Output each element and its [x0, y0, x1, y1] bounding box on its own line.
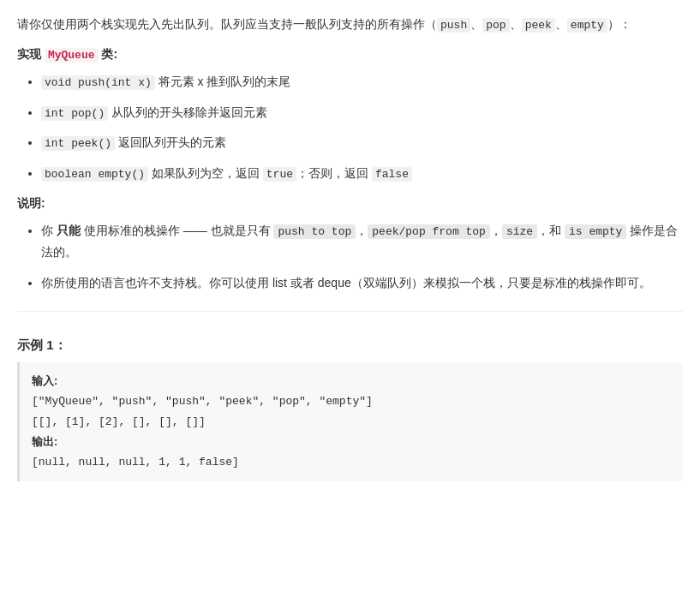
code-is-empty: is empty [565, 224, 626, 239]
methods-list: void push(int x) 将元素 x 推到队列的末尾 int pop()… [17, 71, 683, 184]
code-peek: peek [522, 18, 555, 33]
input-line-1: ["MyQueue", "push", "push", "peek", "pop… [32, 391, 671, 411]
method-push: void push(int x) 将元素 x 推到队列的末尾 [41, 71, 683, 93]
implement-line: 实现 MyQueue 类: [17, 47, 683, 63]
code-empty: empty [567, 18, 607, 33]
code-size: size [502, 224, 537, 239]
method-pop: int pop() 从队列的开头移除并返回元素 [41, 102, 683, 123]
intro-paragraph: 请你仅使用两个栈实现先入先出队列。队列应当支持一般队列支持的所有操作（push、… [17, 14, 683, 35]
example-1-title: 示例 1： [17, 337, 683, 354]
code-push: push [437, 18, 470, 33]
input-label: 输入: [32, 371, 671, 391]
note-title: 说明: [17, 196, 683, 212]
note-only-bold: 只能 [57, 224, 81, 237]
method-empty-true: true [263, 167, 296, 182]
section-divider [17, 311, 683, 312]
class-name: MyQueue [45, 48, 99, 63]
method-empty-code: boolean empty() [41, 167, 148, 182]
method-empty-false: false [372, 167, 412, 182]
method-pop-code: int pop() [41, 106, 108, 121]
code-pop: pop [482, 18, 509, 33]
example-1-section: 示例 1： 输入: ["MyQueue", "push", "push", "p… [17, 337, 683, 481]
output-line: [null, null, null, 1, 1, false] [32, 452, 671, 472]
output-label: 输出: [32, 432, 671, 452]
note-item-1: 你 只能 使用标准的栈操作 —— 也就是只有 push to top，peek/… [41, 220, 683, 264]
method-peek: int peek() 返回队列开头的元素 [41, 132, 683, 153]
code-push-to-top: push to top [273, 224, 356, 239]
example-1-block: 输入: ["MyQueue", "push", "push", "peek", … [17, 362, 683, 481]
note-list: 你 只能 使用标准的栈操作 —— 也就是只有 push to top，peek/… [17, 220, 683, 294]
method-empty: boolean empty() 如果队列为空，返回 true；否则，返回 fal… [41, 163, 683, 184]
input-line-2: [[], [1], [2], [], [], []] [32, 412, 671, 432]
method-peek-code: int peek() [41, 136, 115, 151]
note-section: 说明: 你 只能 使用标准的栈操作 —— 也就是只有 push to top，p… [17, 196, 683, 294]
code-peek-pop: peek/pop from top [368, 224, 490, 239]
note-item-2: 你所使用的语言也许不支持栈。你可以使用 list 或者 deque（双端队列）来… [41, 272, 683, 294]
method-push-code: void push(int x) [41, 75, 155, 90]
